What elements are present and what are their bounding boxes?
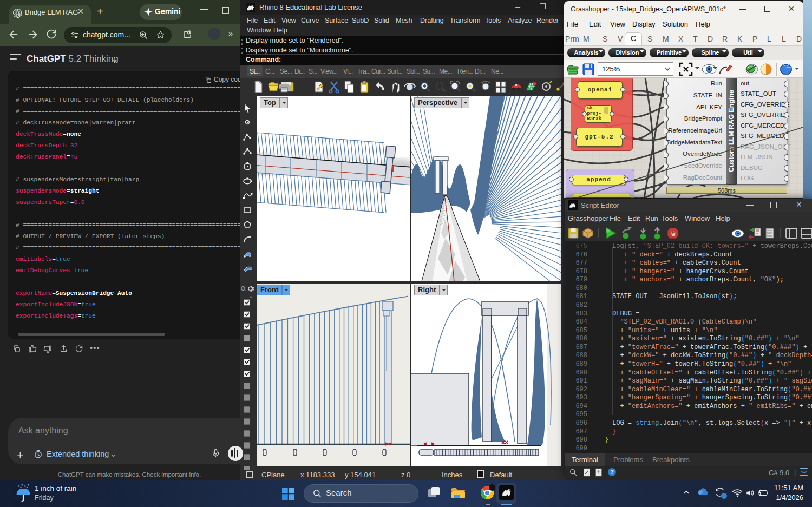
svg-text:8: 8 <box>508 488 511 492</box>
